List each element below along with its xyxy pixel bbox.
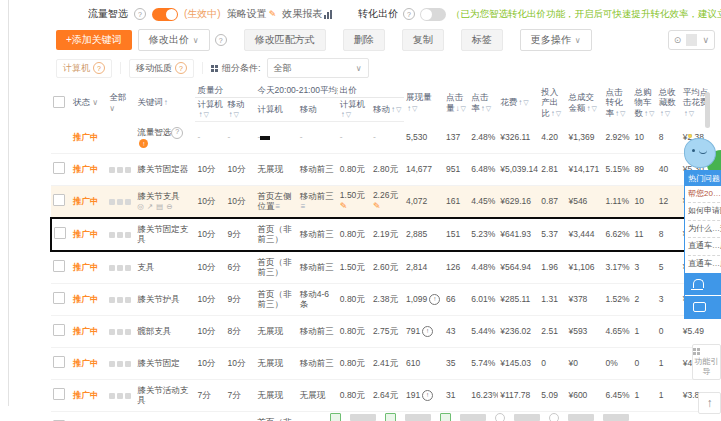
bid-pc-cell[interactable]: 0.80元 [338, 218, 371, 251]
keyword-cell[interactable]: 膝关节支具◎↗▤⊖ [135, 186, 195, 219]
bid-mobile-cell[interactable]: 2.75元 [371, 316, 404, 348]
bid-pc-cell[interactable]: 0.80元 [338, 380, 371, 412]
keyword-cell[interactable]: 膝关节固定器 [135, 154, 195, 186]
sub-col-mobile[interactable]: 移动↑▽ [371, 97, 404, 122]
keyword-cell[interactable]: 髋部支具 [135, 316, 195, 348]
row-type-icons[interactable] [107, 348, 135, 380]
select-all-checkbox[interactable] [53, 96, 65, 108]
col-metric[interactable]: 点击率↑▽ [469, 84, 498, 122]
row-checkbox-cell[interactable] [51, 316, 71, 348]
col-metric[interactable]: 展现量↑▽ [404, 84, 444, 122]
scrollbar-thumb[interactable] [705, 92, 710, 128]
sub-col-mobile[interactable]: 移动 [298, 97, 338, 122]
chevron-down-icon[interactable]: ∨ [697, 35, 714, 45]
bid-mobile-cell[interactable]: 2.80元 [371, 154, 404, 186]
row-checkbox[interactable] [54, 227, 66, 239]
modify-bid-select[interactable]: 修改出价∨ [138, 29, 210, 51]
add-keyword-button[interactable]: +添加关键词 [56, 30, 132, 50]
row-checkbox-cell[interactable] [51, 154, 71, 186]
table-settings-control[interactable]: ⊙∨ [668, 30, 715, 50]
col-scope[interactable]: 全部 ∨ [107, 84, 135, 122]
strategy-settings-link[interactable]: 策略设置 ✎ [227, 7, 277, 21]
bid-mobile-cell[interactable]: 2.26元✎ [371, 186, 404, 219]
bid-pc-cell[interactable]: 0.80元 [338, 348, 371, 380]
keyword-action-icons[interactable]: ◎↗▤⊖ [137, 203, 193, 212]
bid-pc-cell[interactable]: 0.80元 [338, 154, 371, 186]
bid-pc-cell[interactable]: 1.50元 [338, 251, 371, 284]
bid-mobile-cell[interactable]: 2.19元 [371, 218, 404, 251]
smart-traffic-toggle[interactable] [152, 8, 178, 21]
bid-pc-cell[interactable]: 0.80元 [338, 284, 371, 316]
row-type-icons[interactable] [107, 412, 135, 421]
bid-mobile-cell[interactable]: 2.41元 [371, 348, 404, 380]
info-icon[interactable]: ? [403, 8, 415, 20]
notification-bell-button[interactable] [685, 273, 721, 295]
row-type-icons[interactable] [107, 380, 135, 412]
col-keyword[interactable]: 关键词↑ [135, 84, 195, 122]
row-type-icons[interactable] [107, 186, 135, 219]
feedback-chat-button[interactable] [685, 296, 721, 318]
keyword-cell[interactable]: 膝盖支架 [135, 412, 195, 421]
rank-list-icon[interactable]: ≡ [276, 202, 281, 211]
tab-mobile-lowscore[interactable]: 移动低质? [129, 59, 194, 78]
faq-item[interactable]: 帮您20… [688, 186, 721, 202]
more-actions-button[interactable]: 更多操作∨ [520, 29, 592, 51]
col-metric[interactable]: 点击转化率↑▽ [604, 84, 633, 122]
sub-col-pc[interactable]: 计算机↑▽ [338, 97, 371, 122]
row-checkbox-cell[interactable] [51, 348, 71, 380]
row-checkbox[interactable] [53, 388, 65, 400]
edit-bid-pencil-icon[interactable]: ✎ [373, 201, 381, 211]
tag-button[interactable]: 标签 [461, 29, 503, 51]
faq-item[interactable]: 直通车…厂 [688, 237, 721, 254]
bid-mobile-cell[interactable]: 2.64元 [371, 380, 404, 412]
bid-pc-cell[interactable]: - [338, 122, 371, 154]
keyword-cell[interactable]: 膝关节固定支具 [135, 218, 195, 251]
sub-col-pc[interactable]: 计算机 [256, 97, 298, 122]
row-checkbox[interactable] [53, 324, 65, 336]
row-checkbox-cell[interactable] [51, 380, 71, 412]
info-icon[interactable]: ? [134, 8, 146, 20]
bid-mobile-cell[interactable]: 2.60元 [371, 251, 404, 284]
row-checkbox-cell[interactable] [51, 284, 71, 316]
row-checkbox[interactable] [53, 356, 65, 368]
keyword-cell[interactable]: 支具 [135, 251, 195, 284]
keyword-cell[interactable]: 膝关节固定 [135, 348, 195, 380]
faq-item[interactable]: 如何申请图片功… [688, 202, 721, 219]
col-metric[interactable]: 点击量↓▽ [444, 84, 469, 122]
row-checkbox-cell[interactable] [51, 251, 71, 284]
impression-info-icon[interactable]: ! [422, 326, 433, 337]
row-type-icons[interactable] [107, 218, 135, 251]
sub-col-pc[interactable]: 计算机↑▽ [195, 97, 225, 122]
effect-report-link[interactable]: 效果报表 [282, 7, 332, 21]
row-checkbox[interactable] [53, 292, 65, 304]
modify-match-button[interactable]: 修改匹配方式 [244, 29, 326, 51]
col-metric[interactable]: 花费↑▽ [498, 84, 539, 122]
impression-info-icon[interactable]: ! [429, 294, 440, 305]
keyword-cell[interactable]: 流量智选?! [135, 122, 195, 154]
row-checkbox-cell[interactable] [51, 218, 71, 251]
delete-button[interactable]: 删除 [343, 29, 385, 51]
back-to-top-button[interactable]: ↑ [698, 392, 721, 414]
row-checkbox-cell[interactable] [51, 122, 71, 154]
bid-mobile-cell[interactable]: 2.38元 [371, 284, 404, 316]
segment-select[interactable]: 全部∨ [267, 58, 369, 78]
row-checkbox[interactable] [53, 194, 65, 206]
feature-guide-button[interactable]: 功能引导 [692, 344, 721, 380]
bid-pc-cell[interactable]: 1.50元✎ [338, 186, 371, 219]
info-icon[interactable]: ? [215, 34, 227, 46]
row-type-icons[interactable] [107, 316, 135, 348]
assistant-mascot-icon[interactable] [684, 138, 716, 168]
sub-col-mobile[interactable]: 移动↑▽ [225, 97, 255, 122]
row-type-icons[interactable] [107, 251, 135, 284]
col-metric[interactable]: 总购物车数↑▽ [633, 84, 657, 122]
keyword-cell[interactable]: 膝关节护具 [135, 284, 195, 316]
col-metric[interactable]: 投入产出比↑▽ [539, 84, 566, 122]
row-type-icons[interactable] [107, 122, 135, 154]
faq-item[interactable]: 为什么…过日期… [688, 220, 721, 237]
impression-info-icon[interactable]: ! [422, 390, 433, 401]
faq-item[interactable]: 直通车…广计划? [688, 255, 721, 272]
keyword-cell[interactable]: 膝关节活动支具 [135, 380, 195, 412]
conversion-bid-toggle[interactable] [420, 8, 446, 21]
col-metric[interactable]: 总收藏数↑▽ [657, 84, 681, 122]
row-checkbox-cell[interactable] [51, 186, 71, 219]
